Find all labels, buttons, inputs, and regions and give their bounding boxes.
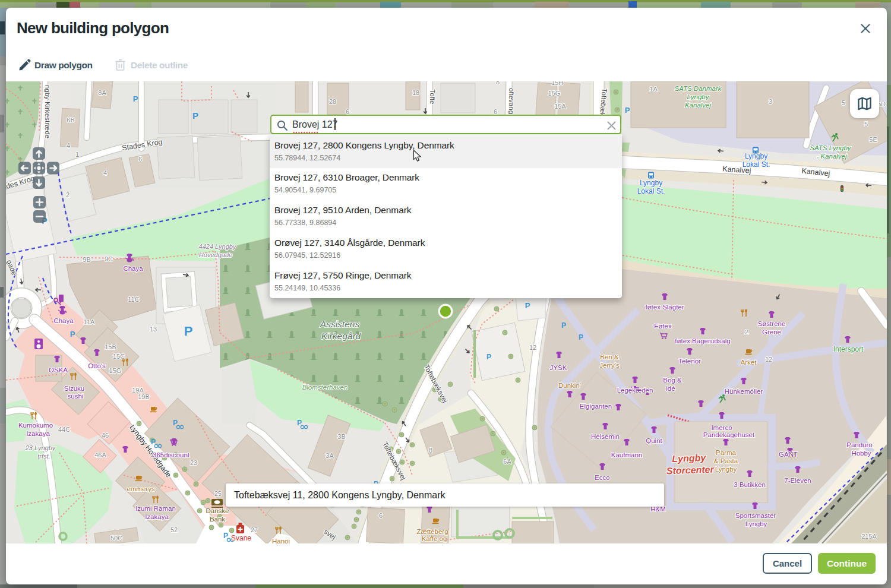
svg-text:Helsemin: Helsemin <box>591 433 620 440</box>
svg-text:P: P <box>192 110 198 121</box>
svg-text:JYSK: JYSK <box>550 364 567 371</box>
svg-text:8: 8 <box>429 447 432 454</box>
svg-text:12: 12 <box>765 356 772 363</box>
svg-text:Blomsterhaven: Blomsterhaven <box>302 384 348 391</box>
svg-text:Lyngby: Lyngby <box>640 179 662 187</box>
svg-text:ngby Kirkestræde: ngby Kirkestræde <box>44 85 51 138</box>
svg-text:Chaya: Chaya <box>123 265 143 272</box>
svg-text:Intersport: Intersport <box>833 345 864 353</box>
svg-text:Lyngby: Lyngby <box>745 520 767 527</box>
svg-text:Hanoi: Hanoi <box>272 538 290 543</box>
svg-text:Izakaya: Izakaya <box>145 513 169 520</box>
svg-text:11C: 11C <box>128 296 139 303</box>
svg-text:Kaffe og: Kaffe og <box>422 535 447 542</box>
svg-text:28: 28 <box>329 98 336 105</box>
svg-text:Svane: Svane <box>231 534 251 542</box>
svg-text:15G: 15G <box>109 367 122 374</box>
svg-text:P: P <box>579 333 583 342</box>
svg-text:føtex Bagerudsalg: føtex Bagerudsalg <box>675 337 730 344</box>
svg-text:Lokal St.: Lokal St. <box>637 187 665 195</box>
svg-text:Lyngby: Lyngby <box>687 93 710 100</box>
svg-text:Otto's: Otto's <box>88 362 106 369</box>
svg-text:Storcenter: Storcenter <box>666 464 715 476</box>
svg-text:15C: 15C <box>113 353 125 360</box>
svg-text:215A: 215A <box>861 533 877 540</box>
svg-text:19B: 19B <box>138 393 150 400</box>
svg-text:4424 Lyngby: 4424 Lyngby <box>199 243 237 250</box>
svg-text:3: 3 <box>769 98 772 105</box>
svg-text:6A: 6A <box>503 458 511 465</box>
svg-text:Dunkin': Dunkin' <box>558 382 581 389</box>
svg-text:5E: 5E <box>869 136 877 143</box>
svg-text:5: 5 <box>842 99 845 106</box>
svg-text:3A: 3A <box>326 452 334 459</box>
svg-text:- Kanalvej: - Kanalvej <box>816 153 847 160</box>
svg-text:15G: 15G <box>548 90 561 97</box>
svg-text:1: 1 <box>75 151 79 158</box>
svg-text:4: 4 <box>67 142 70 149</box>
svg-text:6B: 6B <box>67 116 74 124</box>
svg-text:52: 52 <box>170 526 178 533</box>
svg-text:føtex Slagter: føtex Slagter <box>645 304 684 311</box>
svg-text:Lyngby: Lyngby <box>715 466 737 473</box>
svg-text:23 Lyngby: 23 Lyngby <box>25 444 56 451</box>
svg-text:8: 8 <box>496 81 500 86</box>
svg-text:Søstrene: Søstrene <box>758 320 786 327</box>
svg-text:SATS Danmark: SATS Danmark <box>674 85 722 92</box>
svg-text:GANT: GANT <box>779 451 798 458</box>
svg-text:P: P <box>625 106 630 115</box>
svg-text:13: 13 <box>150 325 157 333</box>
svg-text:emmerys: emmerys <box>127 485 155 492</box>
svg-text:Parma: Parma <box>716 449 736 456</box>
svg-text:3B: 3B <box>337 433 345 440</box>
svg-text:11A: 11A <box>84 318 95 325</box>
svg-text:Lokal St.: Lokal St. <box>742 160 770 169</box>
svg-text:2: 2 <box>66 191 69 198</box>
svg-text:Elgiganten: Elgiganten <box>580 403 612 410</box>
svg-text:& Pasta: & Pasta <box>714 457 738 464</box>
svg-text:50C: 50C <box>110 535 122 542</box>
svg-text:27: 27 <box>251 526 258 533</box>
svg-text:SATS Lyngby: SATS Lyngby <box>810 144 852 151</box>
svg-text:Chaya: Chaya <box>53 317 74 324</box>
svg-text:6: 6 <box>379 512 383 519</box>
svg-text:Sizuku: Sizuku <box>64 385 85 392</box>
svg-text:Lyngby: Lyngby <box>745 152 767 160</box>
svg-text:46: 46 <box>102 432 109 439</box>
svg-text:3 Butikken: 3 Butikken <box>734 481 766 488</box>
svg-text:15A: 15A <box>554 103 566 110</box>
svg-text:2: 2 <box>745 328 748 336</box>
svg-text:Jerry's: Jerry's <box>599 362 620 369</box>
svg-text:44C: 44C <box>58 426 70 433</box>
svg-text:8A: 8A <box>98 89 106 96</box>
svg-text:Tofte: Tofte <box>429 90 436 105</box>
svg-text:5: 5 <box>864 121 868 128</box>
svg-text:Hünkemöller: Hünkemöller <box>725 388 763 395</box>
svg-text:Assistens: Assistens <box>320 319 360 329</box>
svg-text:7-Eleven: 7-Eleven <box>784 477 811 484</box>
svg-text:46A: 46A <box>94 451 106 459</box>
svg-text:Hovedgade: Hovedgade <box>199 251 232 258</box>
svg-text:Izakaya: Izakaya <box>26 430 50 437</box>
svg-text:idé: idé <box>666 385 675 392</box>
svg-text:Føtex: Føtex <box>654 323 672 330</box>
svg-text:oftevang: oftevang <box>508 88 515 114</box>
svg-text:P: P <box>486 353 491 361</box>
svg-text:P: P <box>184 324 193 339</box>
svg-text:Telenor: Telenor <box>678 358 701 365</box>
svg-text:Kumokumo: Kumokumo <box>18 422 53 429</box>
svg-text:Pandekagehuset: Pandekagehuset <box>703 431 755 438</box>
svg-text:Imerco: Imerco <box>711 424 732 431</box>
svg-text:Legekæden: Legekæden <box>617 387 653 394</box>
svg-text:Kaufmann: Kaufmann <box>611 451 642 459</box>
svg-text:1A: 1A <box>649 86 658 93</box>
svg-text:P: P <box>561 321 566 330</box>
svg-text:Arket: Arket <box>741 359 757 366</box>
svg-text:Kanalvej: Kanalvej <box>685 102 712 109</box>
svg-text:6: 6 <box>138 156 142 163</box>
svg-text:12: 12 <box>529 344 536 351</box>
svg-text:25: 25 <box>214 490 222 497</box>
svg-text:Sportsmaster: Sportsmaster <box>735 512 776 519</box>
svg-text:Panduro: Panduro <box>846 441 872 448</box>
svg-text:Zætteberg: Zætteberg <box>416 528 448 535</box>
